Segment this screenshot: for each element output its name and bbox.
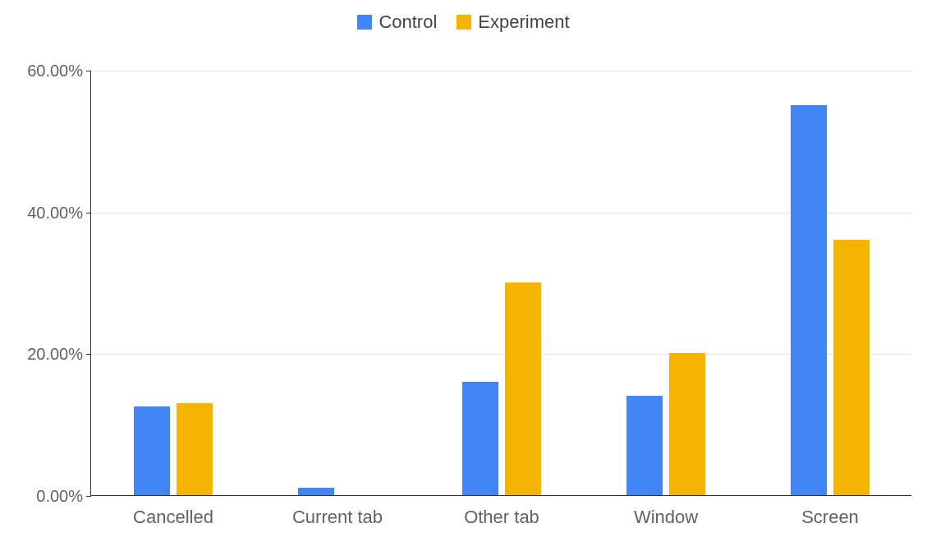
- y-tick-0: 0.00%: [9, 487, 83, 506]
- y-tick-40: 40.00%: [9, 203, 83, 222]
- cat-window: Window: [584, 71, 748, 495]
- x-label-screen: Screen: [748, 507, 912, 528]
- y-tick-60: 60.00%: [9, 62, 83, 80]
- bar-window-control: [626, 396, 663, 495]
- legend: Control Experiment: [0, 11, 927, 33]
- legend-item-control: Control: [357, 11, 437, 33]
- bar-cancelled-control: [134, 406, 170, 495]
- bar-window-experiment: [669, 353, 705, 495]
- cat-current-tab: Current tab: [255, 71, 420, 495]
- y-tick-20: 20.00%: [9, 345, 83, 364]
- chart-container: Control Experiment 0.00% 20.00% 40.00% 6…: [0, 0, 927, 560]
- x-label-current-tab: Current tab: [255, 507, 420, 528]
- bar-othertab-control: [462, 382, 498, 495]
- plot-area: Cancelled Current tab Other tab Window: [90, 71, 911, 496]
- x-label-cancelled: Cancelled: [91, 507, 255, 528]
- bar-othertab-experiment: [505, 282, 541, 495]
- cat-screen: Screen: [748, 71, 912, 495]
- cat-other-tab: Other tab: [420, 71, 584, 495]
- bar-cancelled-experiment: [177, 403, 213, 495]
- legend-swatch-experiment: [457, 15, 471, 30]
- legend-item-experiment: Experiment: [457, 11, 569, 33]
- x-label-window: Window: [584, 507, 748, 528]
- legend-swatch-control: [357, 15, 372, 30]
- bars-layer: Cancelled Current tab Other tab Window: [91, 71, 911, 495]
- bar-screen-control: [791, 105, 827, 495]
- bar-currenttab-control: [298, 488, 334, 495]
- bar-screen-experiment: [833, 240, 870, 495]
- x-label-other-tab: Other tab: [420, 507, 584, 528]
- legend-label-experiment: Experiment: [478, 11, 569, 33]
- cat-cancelled: Cancelled: [91, 71, 255, 495]
- legend-label-control: Control: [379, 11, 437, 33]
- y-tickmark-0: [86, 496, 91, 497]
